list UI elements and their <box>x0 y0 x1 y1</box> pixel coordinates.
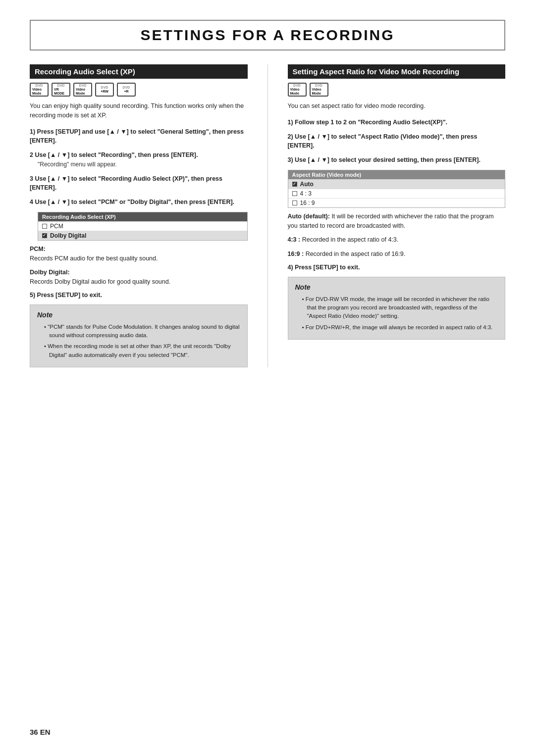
left-step-1: 1) Press [SETUP] and use [▲ / ▼] to sele… <box>30 127 248 146</box>
page: SETTINGS FOR A RECORDING Recording Audio… <box>0 0 535 756</box>
menu-row-dolby: Dolby Digital <box>38 231 247 240</box>
ratio43-checkbox <box>292 191 297 196</box>
left-intro: You can enjoy high quality sound recordi… <box>30 101 248 120</box>
ratio43-bold-label: 4:3 : <box>288 236 301 243</box>
left-note-bullet-2: • When the recording mode is set at othe… <box>44 342 240 359</box>
right-note-title: Note <box>295 282 498 293</box>
ratio43-description: 4:3 : Recorded in the aspect ratio of 4:… <box>288 235 506 245</box>
ratio169-label: 16 : 9 <box>300 200 315 206</box>
auto-checkbox <box>292 182 297 187</box>
aspect-ratio-menu-header: Aspect Ratio (Video mode) <box>288 170 505 179</box>
dvd-badge-3: DVD Video Mode <box>73 83 92 97</box>
right-note-bullet-2: • For DVD+RW/+R, the image will always b… <box>302 323 498 332</box>
page-title-bar: SETTINGS FOR A RECORDING <box>30 20 505 50</box>
auto-label: Auto <box>300 181 314 188</box>
right-note-box: Note • For DVD-RW VR mode, the image wil… <box>288 277 506 340</box>
pcm-checkbox <box>42 224 47 229</box>
dvd-badge-4: DVD +RW <box>95 83 114 97</box>
aspect-ratio-menu: Aspect Ratio (Video mode) Auto 4 : 3 16 … <box>288 170 506 208</box>
dolby-description: Dolby Digital: Records Dolby Digital aud… <box>30 268 248 287</box>
left-note-title: Note <box>37 310 240 320</box>
right-intro: You can set aspect ratio for video mode … <box>288 101 506 111</box>
right-dvd-badge-2: DVD Video Mode <box>310 83 328 97</box>
right-step-4: 4) Press [SETUP] to exit. <box>288 264 506 271</box>
left-step-3: 3 Use [▲ / ▼] to select "Recording Audio… <box>30 174 248 193</box>
ratio169-desc-text: Recorded in the aspect ratio of 16:9. <box>306 251 406 257</box>
left-dvd-icons: DVD Video Mode DVD VR MODE DVD Video Mod… <box>30 83 248 97</box>
right-step-3: 3) Use [▲ / ▼] to select your desired se… <box>288 155 506 165</box>
recording-audio-menu-header: Recording Audio Select (XP) <box>38 212 247 221</box>
ratio169-description: 16:9 : Recorded in the aspect ratio of 1… <box>288 250 506 259</box>
right-step-1: 1) Follow step 1 to 2 on "Recording Audi… <box>288 118 506 127</box>
auto-description: Auto (default): It will be recorded with… <box>288 212 506 231</box>
pcm-label: PCM <box>50 223 63 230</box>
left-step-2: 2 Use [▲ / ▼] to select "Recording", the… <box>30 151 248 169</box>
dolby-checkbox <box>42 233 47 238</box>
page-title: SETTINGS FOR A RECORDING <box>41 27 494 44</box>
right-dvd-badge-1: DVD Video Mode <box>288 83 307 97</box>
left-note-bullet-1: • "PCM" stands for Pulse Code Modulation… <box>44 323 240 340</box>
two-column-layout: Recording Audio Select (XP) DVD Video Mo… <box>30 64 505 367</box>
dolby-label: Dolby Digital <box>50 232 86 239</box>
column-divider <box>268 64 268 367</box>
dvd-badge-5: DVD +R <box>117 83 136 97</box>
pcm-desc-text: Records PCM audio for the best quality s… <box>30 255 158 262</box>
ratio43-label: 4 : 3 <box>300 190 312 197</box>
ratio169-checkbox <box>292 201 297 205</box>
left-step-4: 4 Use [▲ / ▼] to select "PCM" or "Dolby … <box>30 198 248 207</box>
aspect-row-169: 16 : 9 <box>288 198 505 207</box>
right-note-bullet-1: • For DVD-RW VR mode, the image will be … <box>302 295 498 321</box>
left-section-header: Recording Audio Select (XP) <box>30 64 248 79</box>
ratio169-bold-label: 16:9 : <box>288 251 304 257</box>
aspect-row-auto: Auto <box>288 179 505 189</box>
menu-row-pcm: PCM <box>38 221 247 231</box>
auto-bold-label: Auto (default): <box>288 213 330 220</box>
left-note-box: Note • "PCM" stands for Pulse Code Modul… <box>30 304 248 367</box>
dvd-badge-2: DVD VR MODE <box>52 83 70 97</box>
right-dvd-icons: DVD Video Mode DVD Video Mode <box>288 83 506 97</box>
recording-audio-menu: Recording Audio Select (XP) PCM Dolby Di… <box>38 212 248 241</box>
left-column: Recording Audio Select (XP) DVD Video Mo… <box>30 64 248 367</box>
right-step-2: 2) Use [▲ / ▼] to select "Aspect Ratio (… <box>288 132 506 151</box>
right-column: Setting Aspect Ratio for Video Mode Reco… <box>288 64 506 340</box>
page-number: 36 EN <box>30 728 51 736</box>
dolby-desc-text: Records Dolby Digital audio for good qua… <box>30 278 170 285</box>
right-section-header: Setting Aspect Ratio for Video Mode Reco… <box>288 64 506 79</box>
ratio43-desc-text: Recorded in the aspect ratio of 4:3. <box>302 236 399 243</box>
pcm-bold-label: PCM: <box>30 246 46 252</box>
left-step-5: 5) Press [SETUP] to exit. <box>30 292 248 299</box>
aspect-row-43: 4 : 3 <box>288 189 505 198</box>
pcm-description: PCM: Records PCM audio for the best qual… <box>30 245 248 263</box>
dolby-bold-label: Dolby Digital: <box>30 269 70 276</box>
dvd-badge-1: DVD Video Mode <box>30 83 49 97</box>
